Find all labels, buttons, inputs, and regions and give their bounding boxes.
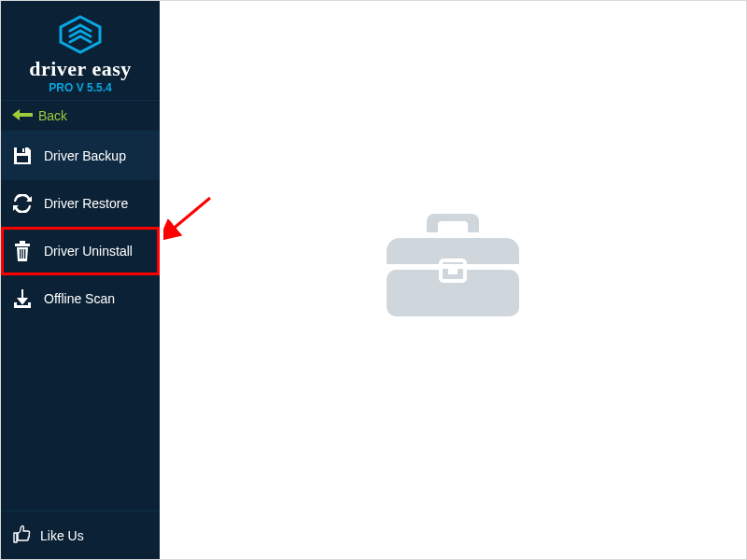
main-content [160, 1, 746, 559]
brand-version: PRO V 5.5.4 [1, 81, 160, 94]
thumbs-up-icon [12, 525, 31, 546]
nav-item-driver-uninstall[interactable]: Driver Uninstall [1, 227, 160, 275]
app-window: — ✕ driver easy PRO V 5.5.4 Back [0, 0, 747, 560]
svg-rect-11 [28, 302, 31, 305]
svg-rect-5 [20, 241, 25, 244]
back-label: Back [38, 108, 67, 123]
brand-name: driver easy [1, 57, 160, 81]
svg-rect-4 [15, 244, 30, 246]
svg-rect-3 [17, 156, 28, 162]
back-arrow-icon [12, 108, 33, 123]
back-button[interactable]: Back [1, 100, 160, 132]
nav: Driver Backup Driver Restore [1, 132, 160, 322]
floppy-disk-icon [12, 146, 33, 166]
nav-item-label: Driver Backup [44, 148, 126, 163]
logo-icon [1, 14, 160, 55]
download-icon [12, 289, 33, 308]
svg-rect-6 [20, 249, 21, 259]
sidebar: driver easy PRO V 5.5.4 Back [1, 1, 160, 559]
nav-item-offline-scan[interactable]: Offline Scan [1, 275, 160, 322]
trash-icon [12, 241, 33, 261]
like-us-label: Like Us [40, 528, 84, 543]
nav-item-label: Driver Uninstall [44, 244, 133, 259]
nav-item-driver-backup[interactable]: Driver Backup [1, 132, 160, 180]
like-us-button[interactable]: Like Us [1, 511, 160, 559]
svg-rect-2 [22, 148, 24, 152]
brand-block: driver easy PRO V 5.5.4 [1, 1, 160, 100]
toolbox-placeholder-icon [383, 206, 523, 331]
nav-item-driver-restore[interactable]: Driver Restore [1, 180, 160, 227]
refresh-icon [12, 194, 33, 213]
svg-rect-7 [22, 249, 23, 259]
svg-rect-8 [24, 249, 25, 259]
nav-item-label: Driver Restore [44, 196, 128, 211]
svg-rect-9 [14, 305, 31, 308]
svg-marker-0 [61, 17, 100, 52]
nav-item-label: Offline Scan [44, 291, 115, 306]
svg-rect-10 [14, 302, 17, 305]
svg-rect-15 [387, 264, 519, 269]
